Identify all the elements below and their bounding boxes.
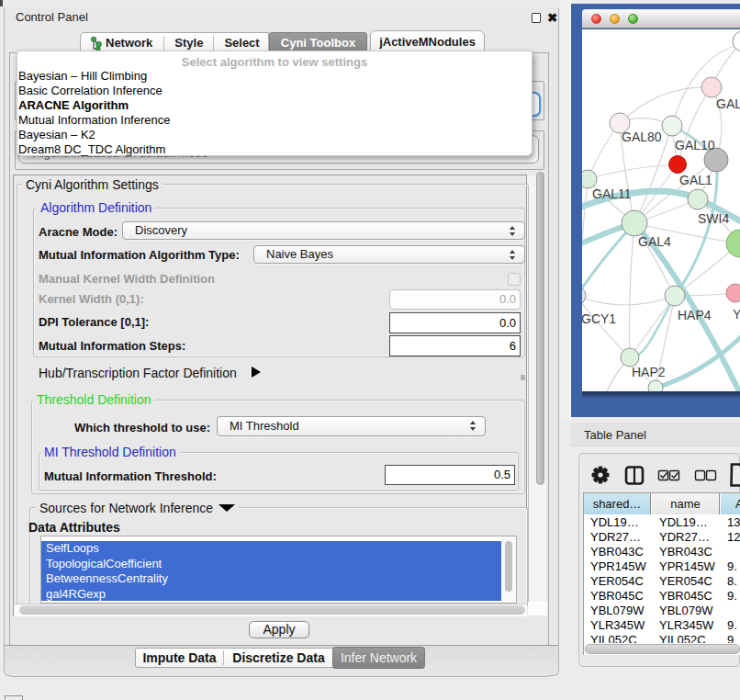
- svg-text:Y: Y: [733, 307, 740, 322]
- svg-text:SWI4: SWI4: [698, 211, 729, 226]
- svg-text:GAL10: GAL10: [675, 138, 715, 152]
- svg-text:GAL11: GAL11: [592, 186, 632, 201]
- svg-text:GCY1: GCY1: [582, 311, 616, 326]
- svg-text:HAP2: HAP2: [632, 365, 666, 379]
- svg-text:GAL4: GAL4: [638, 234, 671, 249]
- svg-text:GAL1: GAL1: [679, 173, 712, 187]
- svg-text:GAL80: GAL80: [622, 130, 662, 144]
- svg-text:HAP4: HAP4: [678, 308, 712, 322]
- svg-text:GAL: GAL: [716, 96, 740, 111]
